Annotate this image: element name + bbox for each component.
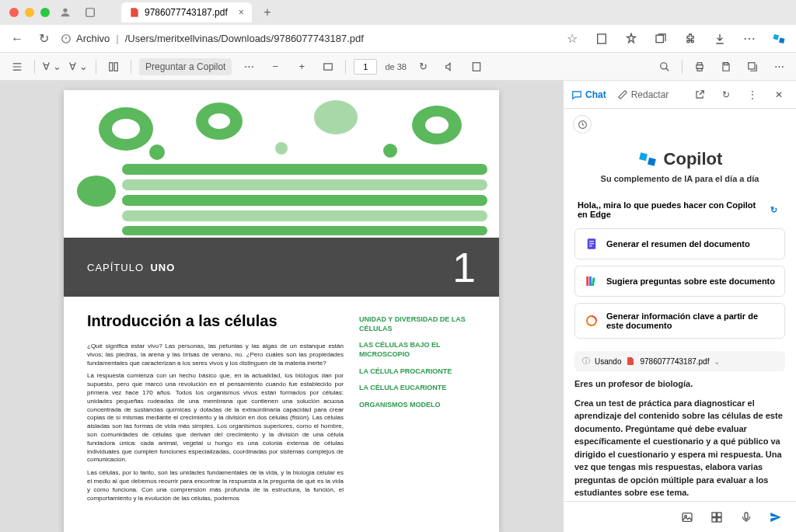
print-icon[interactable] <box>690 57 709 76</box>
tab-chat[interactable]: Chat <box>571 89 606 100</box>
chapter-number: 1 <box>452 243 476 291</box>
close-window[interactable] <box>9 8 19 17</box>
more-icon[interactable]: ⋯ <box>239 57 258 76</box>
search-icon[interactable] <box>655 57 674 76</box>
svg-rect-42 <box>712 513 716 516</box>
svg-point-23 <box>77 176 116 207</box>
page-input[interactable] <box>354 59 377 75</box>
save-as-icon[interactable] <box>743 57 762 76</box>
fit-icon[interactable] <box>319 57 337 76</box>
svg-rect-25 <box>122 179 487 190</box>
suggestion-insights[interactable]: Generar información clave a partir de es… <box>574 303 785 339</box>
address-bar: ← ↻ Archivo | /Users/meritxellvinas/Down… <box>0 25 796 53</box>
svg-rect-12 <box>697 68 702 71</box>
svg-rect-44 <box>712 517 716 521</box>
svg-point-9 <box>661 62 667 68</box>
extensions-icon[interactable] <box>681 30 700 48</box>
svg-rect-8 <box>473 62 480 71</box>
svg-rect-36 <box>586 276 588 286</box>
copilot-brand: Copilot Su complemento de IA para el día… <box>564 140 796 196</box>
user-message: Eres un profesor de biología. Crea un te… <box>574 377 785 501</box>
text-icon[interactable]: ∀ ⌄ <box>69 57 88 76</box>
page-view-icon[interactable] <box>467 57 486 76</box>
svg-rect-10 <box>696 64 703 68</box>
svg-rect-35 <box>589 245 592 246</box>
context-chip[interactable]: ⓘ Usando 9786077743187.pdf ⌄ <box>574 351 785 371</box>
tab-title: 9786077743187.pdf <box>145 7 228 18</box>
read-aloud-icon[interactable] <box>441 57 459 76</box>
popout-icon[interactable] <box>690 85 709 104</box>
svg-rect-46 <box>745 513 748 519</box>
books-icon <box>585 274 599 288</box>
suggestion-summarize[interactable]: Generar el resumen del documento <box>574 228 785 259</box>
reading-list-icon[interactable] <box>592 30 611 48</box>
page-heading: Introducción a las células <box>87 312 344 330</box>
tab-write[interactable]: Redactar <box>617 89 669 100</box>
svg-point-30 <box>275 142 288 155</box>
body-p2: La respuesta comienza con un hecho básic… <box>87 372 344 464</box>
back-button[interactable]: ← <box>8 30 26 48</box>
image-icon[interactable] <box>678 508 696 527</box>
suggestion-questions[interactable]: Sugiera preguntas sobre este documento <box>574 266 785 297</box>
pdf-viewer[interactable]: CAPÍTULO UNO 1 Introducción a las célula… <box>0 81 563 532</box>
chapter-illustration <box>64 90 499 238</box>
toc-item: UNIDAD Y DIVERSIDAD DE LAS CÉLULAS <box>359 315 476 333</box>
svg-point-22 <box>425 116 449 134</box>
history-icon[interactable] <box>573 115 592 134</box>
toc-item: LAS CÉLULAS BAJO EL MICROSCOPIO <box>359 341 476 359</box>
minimize-window[interactable] <box>25 8 34 17</box>
chapter-word: UNO <box>150 262 175 273</box>
refresh-suggestions-icon[interactable]: ↻ <box>766 200 782 219</box>
workspace-icon[interactable] <box>81 3 100 22</box>
downloads-icon[interactable] <box>710 30 729 48</box>
layout-icon[interactable] <box>104 57 123 76</box>
save-icon[interactable] <box>717 57 735 76</box>
profile-icon[interactable] <box>56 3 75 22</box>
chevron-down-icon[interactable]: ⌄ <box>714 357 720 366</box>
panel-more-icon[interactable]: ⋮ <box>743 85 762 104</box>
browser-tab[interactable]: 9786077743187.pdf × <box>121 2 252 23</box>
ask-copilot-button[interactable]: Preguntar a Copilot <box>139 58 232 75</box>
svg-rect-45 <box>717 517 721 521</box>
zoom-in[interactable]: + <box>292 57 311 76</box>
collections-icon[interactable] <box>651 30 670 48</box>
new-tab[interactable]: + <box>258 3 277 22</box>
menu-icon[interactable]: ⋯ <box>740 30 759 48</box>
contents-icon[interactable] <box>8 57 26 76</box>
refresh-panel-icon[interactable]: ↻ <box>717 85 735 104</box>
svg-rect-7 <box>324 63 333 69</box>
svg-rect-13 <box>724 62 728 64</box>
svg-rect-4 <box>656 35 663 42</box>
url-field[interactable]: Archivo | /Users/meritxellvinas/Download… <box>61 33 555 44</box>
favorite-icon[interactable]: ☆ <box>563 30 581 48</box>
svg-point-29 <box>149 144 165 160</box>
chapter-toc: UNIDAD Y DIVERSIDAD DE LAS CÉLULAS LAS C… <box>359 312 476 507</box>
window-controls <box>9 8 50 17</box>
mic-icon[interactable] <box>737 508 756 527</box>
toc-item: LA CÉLULA EUCARIONTE <box>359 384 476 393</box>
svg-rect-14 <box>749 62 755 68</box>
highlight-icon[interactable]: ∀ ⌄ <box>43 57 61 76</box>
svg-rect-43 <box>717 513 721 516</box>
rotate-icon[interactable]: ↻ <box>414 57 433 76</box>
zoom-out[interactable]: − <box>266 57 285 76</box>
toc-item: ORGANISMOS MODELO <box>359 401 476 410</box>
chapter-label: CAPÍTULO <box>87 262 144 273</box>
chapter-band: CAPÍTULO UNO 1 <box>64 238 499 297</box>
url-scheme: Archivo <box>76 33 110 44</box>
attachment-icon[interactable] <box>707 508 726 527</box>
toolbar-more[interactable]: ⋯ <box>770 57 788 76</box>
close-tab-icon[interactable]: × <box>239 7 244 18</box>
maximize-window[interactable] <box>40 8 50 17</box>
refresh-button[interactable]: ↻ <box>34 30 53 48</box>
svg-point-19 <box>208 113 230 129</box>
copilot-sidebar-icon[interactable] <box>770 30 788 48</box>
body-p3: Las células, por lo tanto, son las unida… <box>87 469 344 502</box>
close-panel-icon[interactable]: ✕ <box>770 85 788 104</box>
input-bar <box>564 501 796 532</box>
send-button[interactable] <box>766 508 785 527</box>
svg-rect-33 <box>589 241 594 242</box>
favorites-bar-icon[interactable] <box>622 30 641 48</box>
svg-rect-37 <box>589 276 592 286</box>
titlebar: 9786077743187.pdf × + <box>0 0 796 25</box>
